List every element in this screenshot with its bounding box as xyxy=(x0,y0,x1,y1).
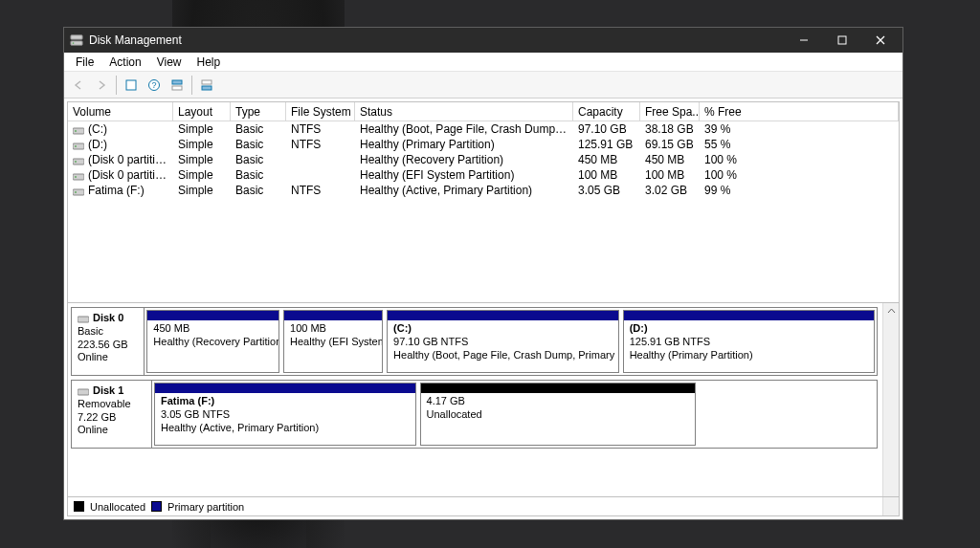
legend-swatch-unallocated xyxy=(74,501,84,512)
menu-action[interactable]: Action xyxy=(101,54,148,71)
volume-type: Basic xyxy=(231,153,286,166)
volume-status: Healthy (Active, Primary Partition) xyxy=(355,184,573,197)
disk-info[interactable]: Disk 1Removable7.22 GBOnline xyxy=(72,381,152,448)
header-capacity[interactable]: Capacity xyxy=(573,102,640,121)
volume-type: Basic xyxy=(231,122,286,136)
help-button[interactable]: ? xyxy=(144,75,165,96)
view-bottom-button[interactable] xyxy=(196,75,217,96)
header-pct-free[interactable]: % Free xyxy=(700,102,899,121)
svg-rect-16 xyxy=(73,143,84,149)
volume-pct-free: 99 % xyxy=(700,184,899,197)
partition-title: (D:) xyxy=(630,322,648,334)
volume-row[interactable]: (D:)SimpleBasicNTFSHealthy (Primary Part… xyxy=(68,137,899,152)
svg-point-2 xyxy=(73,42,75,44)
volume-row[interactable]: (C:)SimpleBasicNTFSHealthy (Boot, Page F… xyxy=(68,121,899,137)
titlebar[interactable]: Disk Management xyxy=(64,28,902,53)
svg-rect-10 xyxy=(172,80,182,84)
minimize-button[interactable] xyxy=(788,28,826,53)
svg-rect-12 xyxy=(202,80,212,84)
volume-free: 38.18 GB xyxy=(640,122,700,136)
svg-rect-11 xyxy=(172,86,182,90)
header-status[interactable]: Status xyxy=(355,102,573,121)
volume-layout: Simple xyxy=(173,138,231,151)
volume-type: Basic xyxy=(231,168,286,182)
volume-filesystem: NTFS xyxy=(286,122,355,136)
volume-row[interactable]: Fatima (F:)SimpleBasicNTFSHealthy (Activ… xyxy=(68,183,899,198)
volume-capacity: 3.05 GB xyxy=(573,184,640,197)
graphical-view: Disk 0Basic223.56 GBOnline450 MBHealthy … xyxy=(68,303,899,515)
volume-type: Basic xyxy=(231,184,286,197)
svg-rect-18 xyxy=(73,159,84,164)
volume-layout: Simple xyxy=(173,168,231,182)
legend-label-unallocated: Unallocated xyxy=(90,501,145,513)
svg-text:?: ? xyxy=(151,80,156,90)
volume-list[interactable]: Volume Layout Type File System Status Ca… xyxy=(68,102,899,303)
volume-free: 69.15 GB xyxy=(640,138,700,151)
disk-management-window: Disk Management File Action View Help ? … xyxy=(63,27,903,520)
menubar: File Action View Help xyxy=(64,53,902,72)
volume-filesystem: NTFS xyxy=(286,184,355,197)
volume-capacity: 97.10 GB xyxy=(573,122,640,136)
menu-view[interactable]: View xyxy=(149,54,189,71)
back-button[interactable] xyxy=(68,75,89,96)
scroll-up-icon[interactable] xyxy=(883,303,899,319)
volume-name: (D:) xyxy=(88,138,107,151)
partition[interactable]: 4.17 GBUnallocated xyxy=(420,383,696,446)
volume-layout: Simple xyxy=(173,184,231,197)
forward-button[interactable] xyxy=(91,75,112,96)
partition-size: 100 MB xyxy=(290,322,326,334)
partition-status: Unallocated xyxy=(427,408,482,420)
partition-size: 97.10 GB NTFS xyxy=(393,336,468,347)
partition-size: 4.17 GB xyxy=(427,395,465,406)
view-top-button[interactable] xyxy=(167,75,188,96)
svg-rect-24 xyxy=(78,317,89,322)
volume-pct-free: 55 % xyxy=(700,138,899,151)
svg-rect-14 xyxy=(73,128,84,134)
header-free-space[interactable]: Free Spa... xyxy=(640,102,700,121)
maximize-button[interactable] xyxy=(826,28,864,53)
partition[interactable]: (C:)97.10 GB NTFSHealthy (Boot, Page Fil… xyxy=(387,310,619,373)
legend-swatch-primary xyxy=(151,501,162,512)
volume-type: Basic xyxy=(231,138,286,151)
disk-info[interactable]: Disk 0Basic223.56 GBOnline xyxy=(72,308,145,375)
header-type[interactable]: Type xyxy=(231,102,286,121)
content: Volume Layout Type File System Status Ca… xyxy=(67,101,900,516)
header-volume[interactable]: Volume xyxy=(68,102,173,121)
volume-free: 450 MB xyxy=(640,153,700,166)
svg-point-23 xyxy=(75,191,77,193)
partition-status: Healthy (EFI System Partition) xyxy=(290,336,383,347)
close-button[interactable] xyxy=(864,28,902,53)
partition[interactable]: 450 MBHealthy (Recovery Partition) xyxy=(146,310,279,373)
column-headers[interactable]: Volume Layout Type File System Status Ca… xyxy=(68,102,899,121)
header-layout[interactable]: Layout xyxy=(173,102,231,121)
partition[interactable]: Fatima (F:)3.05 GB NTFSHealthy (Active, … xyxy=(154,383,416,446)
volume-pct-free: 100 % xyxy=(700,153,899,166)
svg-rect-13 xyxy=(202,86,212,90)
window-title: Disk Management xyxy=(89,33,788,47)
legend: Unallocated Primary partition xyxy=(68,496,899,515)
menu-file[interactable]: File xyxy=(68,54,101,71)
volume-free: 3.02 GB xyxy=(640,184,700,197)
volume-layout: Simple xyxy=(173,122,231,136)
svg-rect-25 xyxy=(78,389,89,395)
partition[interactable]: (D:)125.91 GB NTFSHealthy (Primary Parti… xyxy=(623,310,875,373)
volume-row[interactable]: (Disk 0 partition 2)SimpleBasicHealthy (… xyxy=(68,167,899,183)
header-filesystem[interactable]: File System xyxy=(286,102,355,121)
volume-capacity: 450 MB xyxy=(573,153,640,166)
volume-pct-free: 100 % xyxy=(700,168,899,182)
menu-help[interactable]: Help xyxy=(189,54,229,71)
svg-point-21 xyxy=(75,176,77,178)
vertical-scrollbar[interactable] xyxy=(882,303,899,515)
partition-size: 450 MB xyxy=(153,322,189,334)
svg-rect-7 xyxy=(126,80,136,90)
volume-name: (Disk 0 partition 1) xyxy=(88,153,173,166)
properties-button[interactable] xyxy=(121,75,142,96)
volume-status: Healthy (Recovery Partition) xyxy=(355,153,573,166)
volume-row[interactable]: (Disk 0 partition 1)SimpleBasicHealthy (… xyxy=(68,152,899,167)
partition-size: 3.05 GB NTFS xyxy=(161,408,230,420)
toolbar: ? xyxy=(64,72,902,99)
partition[interactable]: 100 MBHealthy (EFI System Partition) xyxy=(283,310,383,373)
disk-row: Disk 1Removable7.22 GBOnlineFatima (F:)3… xyxy=(71,380,878,449)
volume-capacity: 125.91 GB xyxy=(573,138,640,151)
svg-point-19 xyxy=(75,161,77,163)
